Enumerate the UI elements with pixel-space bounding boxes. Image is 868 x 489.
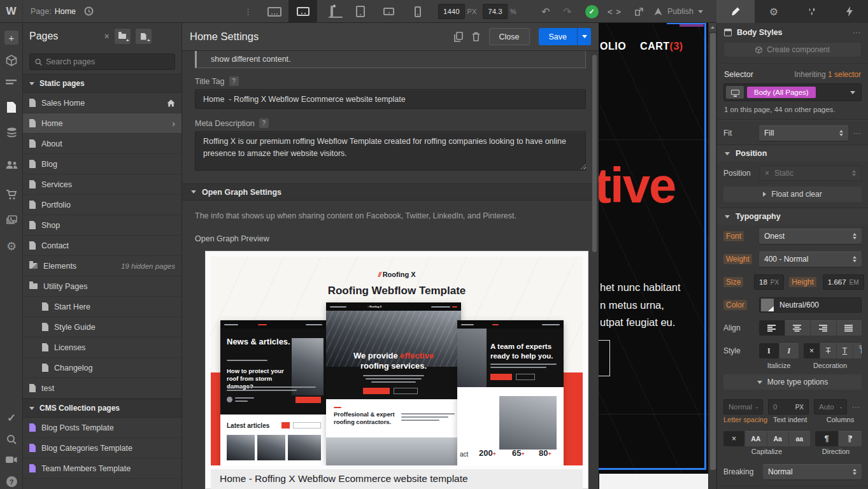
- align-justify-button[interactable]: [837, 320, 862, 336]
- nav-cart-link[interactable]: CART(3): [640, 41, 683, 52]
- close-pages-panel-icon[interactable]: ×: [104, 31, 109, 41]
- undo-button[interactable]: ↶: [535, 0, 557, 23]
- help-badge-icon[interactable]: ?: [229, 76, 239, 86]
- breadcrumb[interactable]: Page: Home: [31, 0, 76, 23]
- page-row-blog[interactable]: Blog: [23, 154, 181, 174]
- scrollbar-thumb[interactable]: [710, 33, 716, 470]
- breakpoint-mobile-landscape-button[interactable]: [374, 0, 403, 23]
- page-row-changelog[interactable]: Changelog: [23, 358, 181, 378]
- modal-scrollbar-thumb[interactable]: [592, 55, 597, 252]
- members-button[interactable]: [0, 160, 23, 169]
- page-row-home[interactable]: Home ›: [23, 113, 181, 134]
- save-status-button[interactable]: ✓: [581, 0, 602, 23]
- quick-find-button[interactable]: [0, 434, 23, 444]
- site-settings-button[interactable]: ⚙: [0, 239, 23, 253]
- fit-options-icon[interactable]: ···: [853, 130, 862, 137]
- ecommerce-button[interactable]: [0, 190, 23, 200]
- close-button[interactable]: Close: [489, 28, 530, 45]
- help-button[interactable]: ?: [0, 476, 23, 487]
- hero-button-outline-fragment[interactable]: [599, 340, 610, 376]
- pages-button[interactable]: [0, 102, 23, 113]
- page-row-sales-home[interactable]: Sales Home: [23, 93, 181, 113]
- page-row-portfolio[interactable]: Portfolio: [23, 195, 181, 215]
- tab-settings-panel[interactable]: ⚙: [755, 0, 793, 23]
- align-center-button[interactable]: [785, 320, 811, 336]
- hero-heading-fragment[interactable]: tive: [599, 160, 675, 210]
- panel-menu-icon[interactable]: ···: [853, 29, 861, 36]
- create-component-button[interactable]: Create component: [723, 42, 862, 57]
- breakpoint-desktop-button[interactable]: [288, 0, 317, 23]
- folder-row-elements[interactable]: Elements 19 hidden pages: [23, 256, 181, 276]
- columns-input[interactable]: Auto-: [814, 399, 847, 415]
- scroll-up-button[interactable]: [709, 23, 716, 32]
- align-left-button[interactable]: [759, 320, 785, 336]
- selector-field[interactable]: Body (All Pages): [723, 83, 862, 101]
- search-pages-input[interactable]: [46, 57, 169, 66]
- page-row-blog-categories-template[interactable]: Blog Categories Template: [23, 438, 181, 458]
- position-select[interactable]: × Static: [759, 166, 862, 181]
- meta-description-textarea[interactable]: Roffing X is our premium roffing Webflow…: [195, 131, 586, 171]
- inheritance-info[interactable]: Inheriting 1 selector: [794, 70, 861, 79]
- breakpoint-tablet-button[interactable]: [346, 0, 374, 23]
- page-row-blog-posts-template[interactable]: Blog Posts Template: [23, 418, 181, 438]
- color-label[interactable]: Color: [723, 300, 747, 310]
- new-folder-button[interactable]: +: [115, 29, 131, 44]
- add-elements-button[interactable]: +: [0, 31, 23, 45]
- italic-off-button[interactable]: I: [759, 343, 779, 358]
- decoration-none-button[interactable]: ×: [804, 343, 820, 358]
- redo-button[interactable]: ↷: [557, 0, 578, 23]
- underline-button[interactable]: T: [837, 343, 853, 358]
- weight-label[interactable]: Weight: [723, 254, 752, 264]
- capitalize-button[interactable]: Aa: [767, 431, 789, 446]
- components-button[interactable]: [0, 55, 23, 66]
- nav-portfolio-fragment[interactable]: OLIO: [600, 41, 626, 52]
- float-clear-expander[interactable]: Float and clear: [723, 187, 862, 202]
- help-badge-icon[interactable]: ?: [259, 118, 269, 128]
- height-label[interactable]: Height: [789, 277, 816, 287]
- cms-pages-section-header[interactable]: CMS Collection pages: [23, 399, 181, 418]
- video-tutorials-button[interactable]: [0, 456, 23, 464]
- position-section-header[interactable]: Position: [717, 145, 868, 162]
- page-row-style-guide[interactable]: Style Guide: [23, 317, 181, 337]
- hero-paragraph-fragment[interactable]: het nunc habitant n metus urna, utpat fe…: [600, 279, 681, 332]
- cms-button[interactable]: [0, 127, 23, 138]
- tab-style-manager-panel[interactable]: [793, 0, 831, 23]
- weight-select[interactable]: 400 - Normal: [759, 252, 862, 267]
- color-swatch[interactable]: [761, 299, 774, 311]
- align-right-button[interactable]: [811, 320, 837, 336]
- assets-button[interactable]: [0, 215, 23, 225]
- font-label[interactable]: Font: [723, 231, 744, 241]
- italic-on-button[interactable]: I: [779, 343, 799, 358]
- columns-options-icon[interactable]: ···: [852, 404, 860, 411]
- new-page-button[interactable]: +: [136, 29, 152, 44]
- more-type-options-expander[interactable]: More type options: [723, 374, 862, 390]
- share-button[interactable]: [628, 0, 650, 23]
- tab-interactions-panel[interactable]: [831, 0, 868, 23]
- canvas-scrollbar[interactable]: [708, 23, 716, 489]
- strikethrough-button[interactable]: T: [820, 343, 837, 358]
- fit-select[interactable]: Fill: [759, 125, 848, 141]
- letter-spacing-input[interactable]: Normal-: [723, 399, 763, 415]
- page-row-about[interactable]: About: [23, 134, 181, 154]
- lowercase-button[interactable]: aa: [789, 431, 810, 446]
- static-pages-section-header[interactable]: Static pages: [23, 74, 181, 93]
- text-indent-input[interactable]: 0PX: [768, 399, 809, 415]
- breaking-select[interactable]: Normal: [763, 464, 862, 479]
- typography-section-header[interactable]: Typography: [717, 208, 868, 225]
- publish-button[interactable]: Publish: [653, 0, 703, 23]
- font-select[interactable]: Onest: [759, 229, 862, 244]
- breakpoint-mobile-button[interactable]: [403, 0, 432, 23]
- save-button[interactable]: Save: [539, 28, 578, 45]
- save-options-button[interactable]: [577, 28, 591, 45]
- page-row-start-here[interactable]: Start Here: [23, 297, 181, 317]
- tab-style-panel[interactable]: [716, 0, 755, 23]
- size-label[interactable]: Size: [723, 277, 743, 287]
- webflow-logo[interactable]: W: [0, 0, 23, 23]
- navigator-button[interactable]: [0, 79, 23, 87]
- color-field[interactable]: Neutral/600: [759, 297, 862, 313]
- design-canvas[interactable]: OLIO CART(3) tive het nunc habitant n me…: [599, 23, 708, 489]
- size-input[interactable]: 18PX: [754, 274, 784, 290]
- title-tag-input[interactable]: [195, 89, 586, 109]
- line-height-input[interactable]: 1.667EM: [823, 274, 864, 290]
- folder-row-utility-pages[interactable]: Utility Pages: [23, 276, 181, 297]
